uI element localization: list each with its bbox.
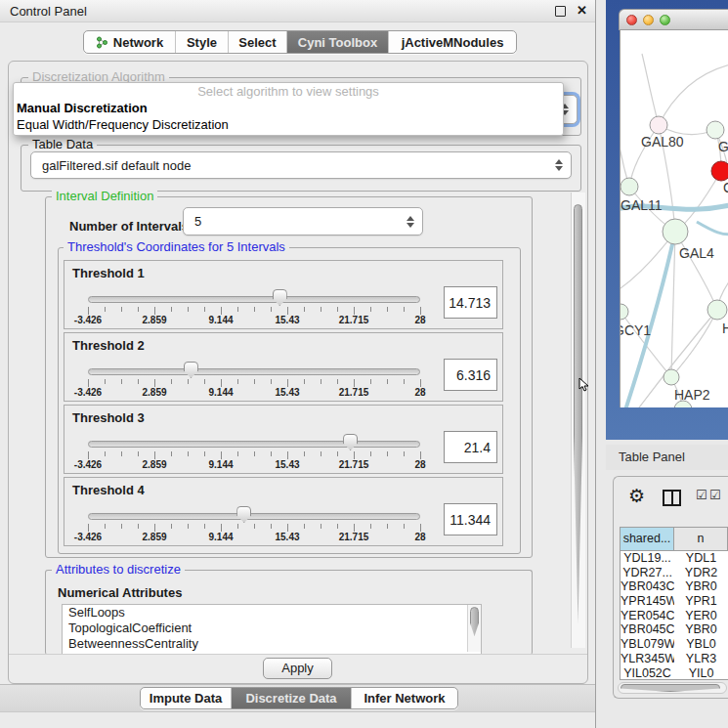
table-data-group-title: Table Data <box>28 138 97 151</box>
tab-jactivemnodules[interactable]: jActiveMNodules <box>388 31 516 53</box>
scrollbar-thumb[interactable] <box>574 204 582 624</box>
network-node-hap2[interactable] <box>664 369 679 385</box>
network-node-c[interactable] <box>711 161 728 181</box>
top-tab-bar: NetworkStyleSelectCyni ToolboxjActiveMNo… <box>83 30 517 54</box>
slider-tick <box>237 451 238 456</box>
slider-tick <box>370 379 371 384</box>
checkbox-icon[interactable]: ☑ <box>709 488 721 502</box>
dropdown-option[interactable]: Equal Width/Frequency Discretization <box>14 116 563 133</box>
slider-tick <box>337 451 338 456</box>
table-row[interactable]: YER054CYER0 <box>621 609 728 623</box>
slider-track[interactable] <box>88 368 420 375</box>
slider-thumb[interactable] <box>343 434 358 450</box>
slider-tick <box>404 307 405 312</box>
slider-tick <box>88 379 89 387</box>
table-data-combobox[interactable]: galFiltered.sif default node <box>30 151 572 179</box>
network-node-gal80[interactable] <box>650 116 667 134</box>
network-node-h[interactable] <box>707 300 727 320</box>
slider-tick <box>237 379 238 384</box>
network-window-titlebar[interactable] <box>619 9 728 30</box>
attribute-list-item[interactable]: BetweennessCentrality <box>63 636 481 652</box>
panel-vertical-scrollbar[interactable] <box>571 193 585 648</box>
minimize-traffic-light-icon[interactable] <box>643 15 654 25</box>
zoom-traffic-light-icon[interactable] <box>660 15 670 25</box>
table-row[interactable]: YDL19...YDL1 <box>621 551 728 566</box>
network-node-label: GCY1 <box>621 322 651 338</box>
scrollbar-thumb[interactable] <box>621 684 720 692</box>
network-node-gcy1[interactable] <box>621 304 628 320</box>
apply-button[interactable]: Apply <box>263 658 332 679</box>
attribute-list-item[interactable]: TopologicalCoefficient <box>63 621 481 636</box>
gear-icon[interactable]: ⚙ <box>628 485 645 507</box>
split-columns-icon[interactable] <box>663 490 681 506</box>
table-row[interactable]: YBR043CYBR0 <box>621 579 728 594</box>
table-cell: YBR0 <box>674 622 728 637</box>
slider-tick-label: 21.715 <box>339 459 369 470</box>
network-window-frame[interactable]: GAL80GACGAL11GAL4GCY1HHAP2 <box>606 0 728 440</box>
attributes-list-scrollbar[interactable] <box>467 605 481 652</box>
tab-style[interactable]: Style <box>175 31 228 53</box>
network-canvas[interactable]: GAL80GACGAL11GAL4GCY1HHAP2 <box>620 30 728 407</box>
threshold-label: Threshold 2 <box>72 338 145 353</box>
slider-tick-label: -3.426 <box>74 532 102 542</box>
slider-tick <box>121 524 122 529</box>
slider-tick <box>138 451 139 456</box>
tab-select[interactable]: Select <box>228 31 286 53</box>
table-row[interactable]: YBL079WYBL0 <box>621 637 728 652</box>
slider-tick <box>171 307 172 312</box>
slider-tick <box>121 451 122 456</box>
slider-tick-label: 9.144 <box>208 532 233 542</box>
tab-impute-data[interactable]: Impute Data <box>141 688 231 708</box>
network-node-gal11[interactable] <box>621 178 638 195</box>
threshold-value-field[interactable]: 6.316 <box>444 359 497 391</box>
checkbox-icon[interactable]: ☑ <box>696 488 707 502</box>
table-cell: YDL19... <box>621 551 674 566</box>
close-traffic-light-icon[interactable] <box>626 15 637 25</box>
table-cell: YLR3 <box>674 652 728 666</box>
dropdown-prompt: Select algorithm to view settings <box>14 83 563 100</box>
threshold-value-field[interactable]: 11.344 <box>444 503 497 535</box>
float-window-icon[interactable] <box>555 6 566 17</box>
num-intervals-combobox[interactable]: 5 <box>183 207 423 236</box>
node-table[interactable]: shared...n YDL19...YDL1YDR27...YDR2YBR04… <box>620 527 728 680</box>
numerical-attributes-list[interactable]: SelfLoopsTopologicalCoefficientBetweenne… <box>62 604 482 655</box>
slider-track[interactable] <box>88 296 420 303</box>
scrollbar-thumb[interactable] <box>470 607 479 636</box>
algorithm-dropdown-popup: Select algorithm to view settings Manual… <box>13 82 564 136</box>
network-node-ga[interactable] <box>707 121 724 139</box>
table-horizontal-scrollbar[interactable] <box>618 682 727 694</box>
slider-track[interactable] <box>88 513 420 520</box>
slider-thumb[interactable] <box>184 362 198 378</box>
slider-tick <box>404 379 405 384</box>
slider-tick-label: 28 <box>414 532 425 542</box>
slider-thumb[interactable] <box>273 289 287 306</box>
column-header-2[interactable]: n <box>674 528 728 551</box>
slider-thumb[interactable] <box>236 506 251 523</box>
tab-infer-network[interactable]: Infer Network <box>351 688 457 708</box>
table-row[interactable]: YLR345WYLR3 <box>621 652 728 666</box>
tab-cyni-toolbox[interactable]: Cyni Toolbox <box>286 31 388 53</box>
right-area: GAL80GACGAL11GAL4GCY1HHAP2 Table Panel ⚙… <box>606 0 728 728</box>
column-header-1[interactable]: shared... <box>621 528 674 551</box>
attribute-list-item[interactable]: SelfLoops <box>63 605 481 621</box>
slider-tick <box>354 307 355 315</box>
network-node-gal4[interactable] <box>663 219 688 244</box>
table-cell: YER0 <box>674 609 728 623</box>
tab-network[interactable]: Network <box>84 31 175 53</box>
tab-discretize-data[interactable]: Discretize Data <box>231 688 351 708</box>
table-row[interactable]: YDR27...YDR2 <box>621 566 728 580</box>
slider-track[interactable] <box>88 441 420 448</box>
dropdown-option[interactable]: Manual Discretization <box>14 100 563 116</box>
table-row[interactable]: YPR145WYPR1 <box>621 594 728 609</box>
slider-tick-label: 2.859 <box>142 459 166 470</box>
table-panel-titlebar: Table Panel <box>606 445 728 470</box>
threshold-value-field[interactable]: 14.713 <box>444 286 497 319</box>
slider-tick <box>237 524 238 529</box>
table-row[interactable]: YBR045CYBR0 <box>621 622 728 637</box>
slider-tick <box>154 379 155 387</box>
threshold-value-field[interactable]: 21.4 <box>444 431 497 463</box>
slider-tick-label: 2.859 <box>142 532 166 542</box>
table-cell: YPR1 <box>674 594 728 609</box>
close-icon[interactable]: ✕ <box>577 6 587 16</box>
table-row[interactable]: YIL052CYIL0 <box>621 666 728 681</box>
